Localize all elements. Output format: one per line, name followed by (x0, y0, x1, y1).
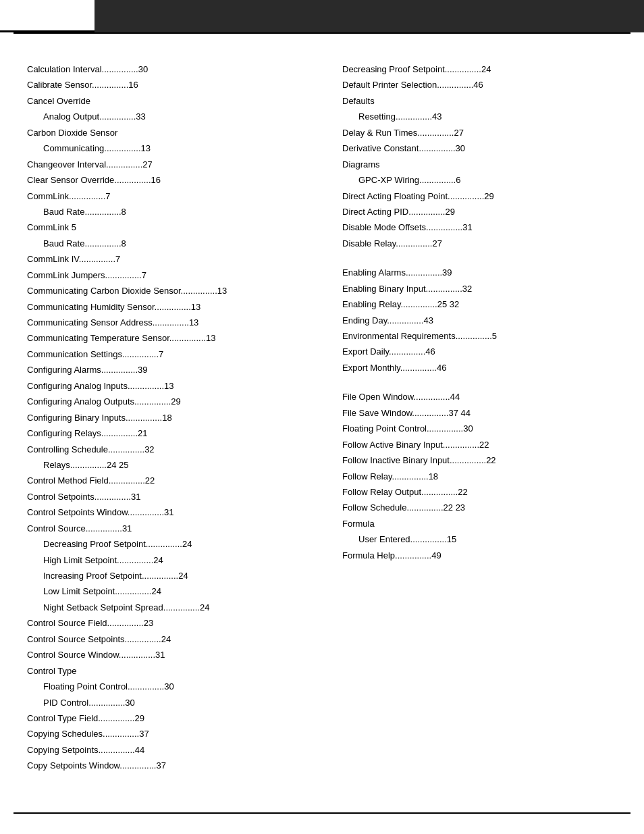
right-index-entry: Disable Relay...............27 (342, 236, 617, 251)
left-index-entry: Carbon Dioxide Sensor (27, 126, 302, 140)
left-index-entry: CommLink...............7 (27, 189, 302, 203)
left-index-entry: Controlling Schedule...............32 (27, 442, 302, 457)
right-index-entry: Delay & Run Times...............27 (342, 126, 617, 140)
right-column: Decreasing Proof Setpoint...............… (329, 61, 617, 773)
left-index-entry: Low Limit Setpoint...............24 (27, 584, 302, 598)
left-index-entry: Cancel Override (27, 94, 302, 108)
left-index-entry: CommLink 5 (27, 220, 302, 234)
left-index-entry: Changeover Interval...............27 (27, 157, 302, 172)
left-index-entry: Communicating Carbon Dioxide Sensor.....… (27, 284, 302, 298)
header-tab (0, 0, 95, 32)
left-index-entry: Baud Rate...............8 (27, 236, 302, 251)
right-index-entry: Export Monthly...............46 (342, 361, 617, 375)
left-index-entry: CommLink IV...............7 (27, 252, 302, 266)
left-index-entry: Control Source Window...............31 (27, 648, 302, 662)
left-index-entry: CommLink Jumpers...............7 (27, 268, 302, 282)
right-index-entry: Diagrams (342, 157, 617, 172)
left-index-entry: Calculation Interval...............30 (27, 62, 302, 76)
left-index-entry: Control Type (27, 664, 302, 678)
right-index-entry: Floating Point Control...............30 (342, 421, 617, 436)
left-index-entry: Copying Setpoints...............44 (27, 743, 302, 757)
right-index-entry: Follow Active Binary Input..............… (342, 438, 617, 452)
left-index-entry: PID Control...............30 (27, 696, 302, 710)
right-index-entry: Derivative Constant...............30 (342, 141, 617, 155)
right-index-entry: File Open Window...............44 (342, 390, 617, 404)
left-column: Calculation Interval...............30Cal… (27, 61, 329, 773)
left-index-entry: Copying Schedules...............37 (27, 727, 302, 741)
right-index-entry: Decreasing Proof Setpoint...............… (342, 62, 617, 76)
left-index-entry: Increasing Proof Setpoint...............… (27, 569, 302, 583)
right-index-entry: Export Daily...............46 (342, 344, 617, 359)
right-index-entry: File Save Window...............37 44 (342, 406, 617, 420)
right-index-entry: Formula (342, 517, 617, 531)
left-index-entry: Control Setpoints...............31 (27, 490, 302, 504)
left-index-entry: Floating Point Control...............30 (27, 679, 302, 694)
right-index-entry: Defaults (342, 94, 617, 108)
right-index-entry: Resetting...............43 (342, 109, 617, 124)
left-index-entry: Control Source Setpoints...............2… (27, 632, 302, 646)
left-index-entry: Configuring Alarms...............39 (27, 363, 302, 377)
left-index-entry: Decreasing Proof Setpoint...............… (27, 537, 302, 551)
left-index-entry: Communicating Sensor Address............… (27, 315, 302, 330)
left-index-entry: Control Source Field...............23 (27, 616, 302, 630)
left-index-entry: Control Setpoints Window...............3… (27, 505, 302, 519)
left-index-entry: High Limit Setpoint...............24 (27, 553, 302, 567)
right-index-entry: GPC-XP Wiring...............6 (342, 173, 617, 187)
left-index-entry: Relays...............24 25 (27, 458, 302, 472)
left-index-entry: Control Method Field...............22 (27, 473, 302, 488)
left-index-entry: Configuring Analog Outputs..............… (27, 394, 302, 409)
header-dark-bar (95, 0, 644, 32)
left-index-entry: Communicating...............13 (27, 141, 302, 155)
right-index-entry: Follow Relay...............18 (342, 469, 617, 484)
right-index-entry: Follow Schedule...............22 23 (342, 500, 617, 515)
right-index-entry: Direct Acting PID...............29 (342, 205, 617, 219)
right-index-entry: Enabling Alarms...............39 (342, 265, 617, 280)
right-index-entry: Ending Day...............43 (342, 313, 617, 328)
left-index-entry: Configuring Analog Inputs...............… (27, 379, 302, 393)
right-index-entry: Enabling Binary Input...............32 (342, 282, 617, 296)
left-index-entry: Analog Output...............33 (27, 109, 302, 124)
right-index-entry: Formula Help...............49 (342, 548, 617, 563)
header (0, 0, 644, 32)
left-index-entry: Calibrate Sensor...............16 (27, 78, 302, 92)
page-content: Calculation Interval...............30Cal… (0, 34, 644, 814)
left-index-entry: Night Setback Setpoint Spread...........… (27, 600, 302, 615)
left-index-entry: Communicating Humidity Sensor...........… (27, 300, 302, 314)
left-index-entry: Clear Sensor Override...............16 (27, 173, 302, 187)
right-index-entry: User Entered...............15 (342, 532, 617, 546)
section-gap (342, 251, 617, 264)
right-index-entry: Direct Acting Floating Point............… (342, 189, 617, 203)
right-index-entry: Follow Relay Output...............22 (342, 485, 617, 499)
left-index-entry: Baud Rate...............8 (27, 205, 302, 219)
left-index-entry: Control Source...............31 (27, 521, 302, 536)
right-index-entry: Environmental Requirements..............… (342, 329, 617, 343)
right-index-entry: Disable Mode Offsets...............31 (342, 220, 617, 234)
section-gap (342, 375, 617, 388)
right-index-entry: Enabling Relay...............25 32 (342, 297, 617, 311)
left-index-entry: Control Type Field...............29 (27, 711, 302, 725)
left-index-entry: Copy Setpoints Window...............37 (27, 758, 302, 773)
left-index-entry: Configuring Binary Inputs...............… (27, 411, 302, 425)
right-index-entry: Default Printer Selection...............… (342, 78, 617, 92)
left-index-entry: Communication Settings...............7 (27, 347, 302, 361)
bottom-divider (14, 812, 630, 814)
right-index-entry: Follow Inactive Binary Input............… (342, 453, 617, 467)
left-index-entry: Configuring Relays...............21 (27, 426, 302, 440)
left-index-entry: Communicating Temperature Sensor........… (27, 331, 302, 345)
